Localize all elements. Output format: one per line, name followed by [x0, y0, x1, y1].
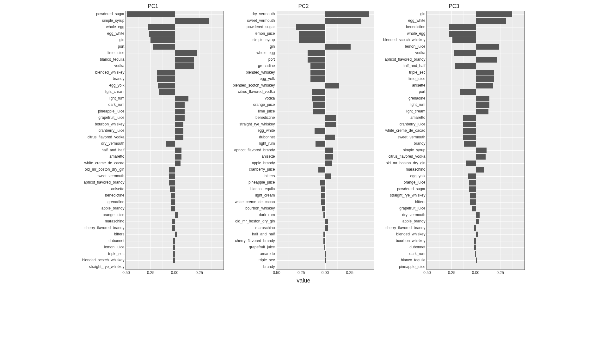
y-tick-label: brandy: [113, 76, 125, 82]
y-tick-label: dry_vermouth: [252, 11, 275, 17]
bar: [310, 70, 325, 76]
y-tick-label: blended_scotch_whiskey: [383, 37, 425, 43]
y-tick-label: cranberry_juice: [249, 166, 275, 173]
y-tick-label: white_creme_de_cacao: [235, 199, 275, 205]
y-tick-label: blended_whiskey: [396, 231, 425, 238]
x-axis-spacer: [383, 270, 426, 276]
y-tick-label: orange_juice: [253, 101, 275, 108]
y-tick-label: amaretto: [410, 114, 425, 121]
bar: [171, 199, 175, 205]
x-tick-area: -0.50-0.250.000.25: [276, 270, 374, 276]
y-tick-label: white_creme_de_cacao: [84, 160, 125, 167]
bar: [175, 18, 209, 24]
y-tick-label: triple_sec: [108, 251, 124, 257]
y-tick-label: brandy: [414, 140, 426, 147]
x-tick-label: -0.25: [296, 270, 305, 275]
y-tick-label: vodka: [265, 95, 275, 102]
y-tick-label: apricot_flavored_brandy: [84, 179, 125, 186]
panels-row: PC1powdered_sugarsimple_syrupwhole_eggeg…: [82, 3, 525, 276]
bar: [313, 102, 325, 108]
y-tick-label: orange_juice: [103, 212, 125, 218]
bars-layer: [276, 11, 374, 270]
bar: [321, 193, 325, 198]
y-tick-label: gin: [119, 37, 124, 43]
bar: [310, 76, 325, 82]
bar: [325, 115, 336, 121]
bar: [325, 258, 326, 263]
bar: [454, 50, 476, 56]
y-tick-label: half_and_half: [252, 231, 275, 238]
y-tick-label: old_mr_boston_dry_gin: [386, 160, 425, 167]
y-tick-label: blended_scotch_whiskey: [233, 82, 275, 89]
y-tick-label: dry_vermouth: [402, 212, 425, 218]
plot-area: [426, 11, 525, 270]
y-tick-label: maraschino: [105, 218, 124, 225]
bars-layer: [126, 11, 224, 270]
y-tick-label: anisette: [261, 153, 275, 160]
bar: [463, 122, 476, 127]
y-tick-label: benedictine: [105, 192, 124, 199]
x-tick-label: 0.25: [196, 270, 203, 275]
y-tick-label: lemon_juice: [104, 244, 124, 251]
y-tick-label: white_creme_de_cacao: [385, 127, 426, 134]
bar: [296, 24, 325, 30]
y-tick-label: dark_rum: [108, 101, 125, 108]
y-tick-label: apricot_flavored_brandy: [385, 56, 426, 63]
y-tick-label: lime_juice: [107, 50, 124, 56]
bar: [170, 186, 175, 192]
bar: [449, 24, 475, 30]
bar: [153, 44, 175, 50]
plot-area: [126, 11, 224, 270]
panel-body: ginegg_whitebenedictinewhole_eggblended_…: [383, 11, 525, 270]
x-tick-area: -0.50-0.250.000.25: [426, 270, 525, 276]
x-tick-label: -0.50: [422, 270, 431, 275]
bar: [322, 206, 325, 211]
y-tick-label: old_mr_boston_dry_gin: [85, 166, 124, 173]
bar: [476, 96, 489, 101]
x-tick-label: 0.25: [497, 270, 504, 275]
panel-pc3: PC3ginegg_whitebenedictinewhole_eggblend…: [383, 3, 525, 276]
y-axis-labels: ginegg_whitebenedictinewhole_eggblended_…: [383, 11, 426, 270]
y-tick-label: citrus_flavored_vodka: [88, 134, 125, 141]
y-tick-label: grapefruit_juice: [249, 244, 275, 251]
bar: [476, 258, 477, 263]
y-tick-label: dark_rum: [409, 251, 426, 257]
x-tick-label: -0.50: [272, 270, 280, 275]
y-tick-label: blanco_tequila: [100, 56, 124, 63]
y-tick-label: port: [419, 88, 426, 95]
y-tick-label: cranberry_juice: [98, 127, 124, 134]
y-tick-label: powdered_sugar: [397, 186, 425, 192]
y-tick-label: dubonnet: [259, 134, 275, 141]
bar: [469, 186, 476, 192]
bar: [149, 31, 175, 37]
bar: [476, 11, 512, 17]
y-tick-label: apple_brandy: [402, 218, 426, 225]
y-tick-label: grapefruit_juice: [98, 114, 124, 121]
y-tick-label: light_cream: [406, 108, 425, 115]
bar: [169, 173, 175, 179]
y-tick-label: citrus_flavored_vodka: [238, 88, 275, 95]
y-tick-label: egg_yolk: [410, 173, 425, 179]
bar: [175, 57, 194, 63]
y-tick-label: light_rum: [259, 140, 275, 147]
y-tick-label: cherry_flavored_brandy: [235, 238, 275, 244]
bar: [173, 251, 175, 257]
bar: [474, 238, 476, 244]
y-tick-label: lemon_juice: [254, 30, 275, 37]
bar: [476, 44, 499, 50]
bar: [320, 180, 325, 185]
x-tick-label: 0.00: [472, 270, 479, 275]
y-tick-label: apple_brandy: [252, 160, 275, 167]
y-tick-label: gin: [270, 43, 275, 50]
bar: [325, 135, 335, 140]
bar: [325, 44, 351, 50]
bar: [158, 83, 175, 88]
x-axis-title: value: [82, 277, 525, 284]
bar: [476, 232, 478, 237]
y-tick-label: vodka: [114, 63, 124, 69]
y-tick-label: powdered_sugar: [247, 24, 275, 30]
y-tick-label: bourbon_whiskey: [95, 121, 124, 128]
bar: [323, 212, 325, 218]
bar: [157, 76, 175, 82]
bar: [175, 212, 178, 218]
